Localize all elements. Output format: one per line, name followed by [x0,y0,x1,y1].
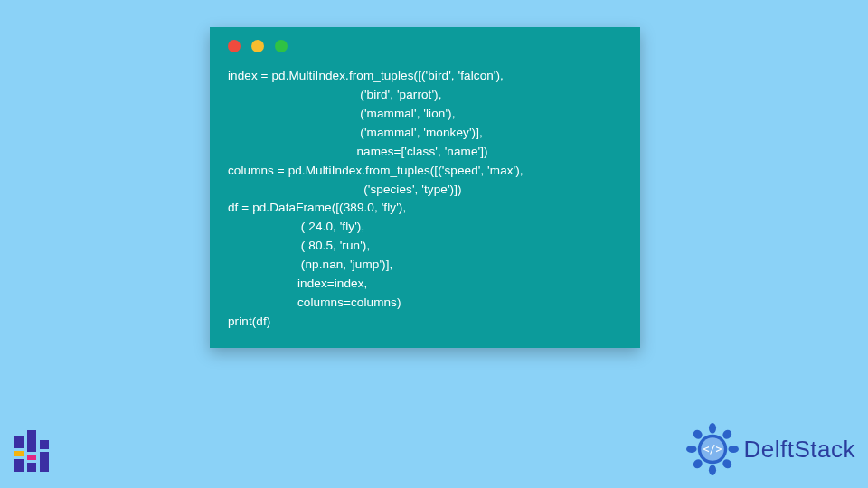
logo-bar [27,430,36,472]
logo-segment [40,452,49,472]
brand-name: DelftStack [744,436,856,464]
svg-point-0 [708,423,715,434]
code-window: index = pd.MultiIndex.from_tuples([('bir… [210,27,640,348]
svg-point-3 [728,446,739,453]
brand: </> DelftStack [686,423,856,475]
svg-point-1 [708,465,715,475]
logo-segment [27,463,36,472]
logo-left-icon [14,428,49,472]
logo-bar [40,440,49,472]
logo-segment [27,430,36,452]
brand-gear-icon: </> [686,423,739,475]
window-traffic-lights [228,40,622,52]
logo-segment [40,440,49,449]
logo-bar [14,436,24,472]
logo-segment [14,451,24,456]
zoom-icon [275,40,288,52]
logo-segment [27,455,36,460]
close-icon [228,40,241,52]
logo-segment [14,459,24,472]
svg-text:</>: </> [703,443,722,455]
logo-segment [14,436,24,448]
svg-point-2 [686,446,697,453]
code-block: index = pd.MultiIndex.from_tuples([('bir… [228,67,622,332]
minimize-icon [251,40,264,52]
